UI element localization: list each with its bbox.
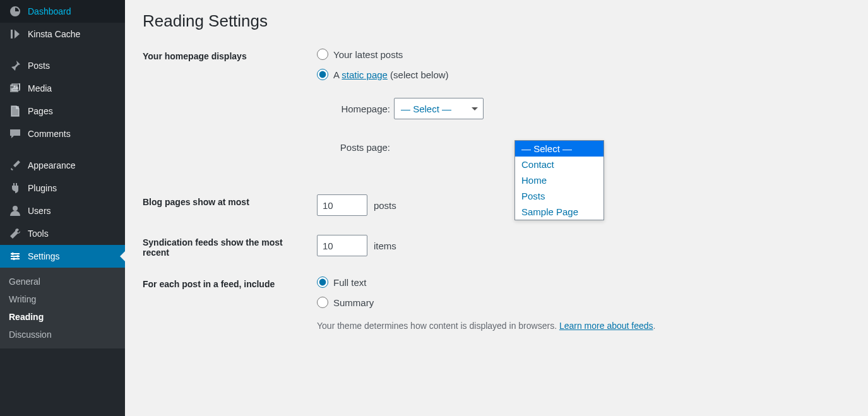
sidebar-item-users[interactable]: Users [0,199,125,222]
row-label: Your homepage displays [143,49,317,61]
sidebar-item-media[interactable]: Media [0,77,125,100]
sidebar-item-plugins[interactable]: Plugins [0,177,125,199]
row-label: For each post in a feed, include [143,276,317,289]
media-icon [9,82,21,95]
dropdown-option-contact[interactable]: Contact [515,157,603,172]
sidebar-label: Posts [28,61,50,71]
static-page-link[interactable]: static page [342,69,388,80]
svg-point-4 [16,255,19,258]
syndication-input[interactable] [317,235,367,256]
dropdown-option-posts[interactable]: Posts [515,188,603,204]
admin-sidebar: Dashboard Kinsta Cache Posts Media Pages… [0,0,125,416]
sidebar-item-appearance[interactable]: Appearance [0,154,125,177]
dropdown-option-select[interactable]: — Select — [515,141,603,157]
sidebar-item-settings[interactable]: Settings [0,245,125,268]
feed-description: Your theme determines how content is dis… [317,321,850,331]
sidebar-label: Media [28,83,52,93]
page-title: Reading Settings [143,11,850,31]
wrench-icon [9,227,21,240]
sidebar-label: Comments [28,129,71,139]
kinsta-icon [9,28,21,40]
sidebar-label: Appearance [28,160,76,170]
dropdown-option-home[interactable]: Home [515,172,603,188]
radio-static-page-label: A static page (select below) [333,69,449,80]
row-syndication: Syndication feeds show the most recent i… [143,235,850,258]
submenu-item-writing[interactable]: Writing [0,290,125,308]
dashboard-icon [9,5,21,18]
separator [0,45,125,54]
row-label: Syndication feeds show the most recent [143,235,288,258]
row-label: Blog pages show at most [143,194,317,207]
radio-full-text[interactable] [317,276,328,288]
submenu-item-reading[interactable]: Reading [0,308,125,326]
comment-icon [9,128,21,140]
row-homepage-displays: Your homepage displays Your latest posts… [143,49,850,175]
svg-point-5 [13,258,15,260]
sidebar-label: Pages [28,106,53,116]
separator [0,145,125,154]
radio-static-page[interactable] [317,69,328,80]
brush-icon [9,159,21,172]
radio-summary-label: Summary [333,297,374,308]
sidebar-item-posts[interactable]: Posts [0,54,125,77]
sidebar-label: Plugins [28,183,57,193]
svg-point-2 [13,206,18,211]
pin-icon [9,59,21,72]
plug-icon [9,182,21,194]
sidebar-item-kinsta-cache[interactable]: Kinsta Cache [0,23,125,45]
postspage-select-label: Posts page: [332,142,390,153]
row-feed-include: For each post in a feed, include Full te… [143,276,850,331]
homepage-select-label: Homepage: [332,104,390,114]
sidebar-label: Dashboard [28,6,71,16]
submenu-item-discussion[interactable]: Discussion [0,326,125,343]
sidebar-item-comments[interactable]: Comments [0,122,125,145]
row-blog-pages: Blog pages show at most posts [143,194,850,216]
svg-point-3 [11,253,14,255]
user-icon [9,205,21,217]
sidebar-label: Settings [28,251,60,261]
radio-full-text-label: Full text [333,277,367,288]
settings-submenu: General Writing Reading Discussion [0,268,125,348]
settings-icon [9,250,21,263]
homepage-select[interactable]: — Select — [394,98,484,119]
dropdown-option-sample-page[interactable]: Sample Page [515,204,603,220]
page-icon [9,105,21,117]
sidebar-item-pages[interactable]: Pages [0,100,125,122]
main-content: Reading Settings Your homepage displays … [125,0,868,416]
sidebar-label: Kinsta Cache [28,29,80,39]
radio-latest-posts-label: Your latest posts [333,49,403,60]
svg-rect-1 [11,106,19,116]
submenu-item-general[interactable]: General [0,273,125,290]
sidebar-label: Users [28,206,51,216]
blog-pages-input[interactable] [317,194,367,216]
sidebar-label: Tools [28,229,49,239]
radio-summary[interactable] [317,297,328,308]
radio-latest-posts[interactable] [317,49,328,60]
sidebar-item-tools[interactable]: Tools [0,222,125,245]
blog-pages-suffix: posts [374,200,396,211]
learn-more-feeds-link[interactable]: Learn more about feeds [559,321,653,331]
syndication-suffix: items [374,241,396,251]
sidebar-item-dashboard[interactable]: Dashboard [0,0,125,23]
homepage-select-dropdown: — Select — Contact Home Posts Sample Pag… [514,140,604,220]
